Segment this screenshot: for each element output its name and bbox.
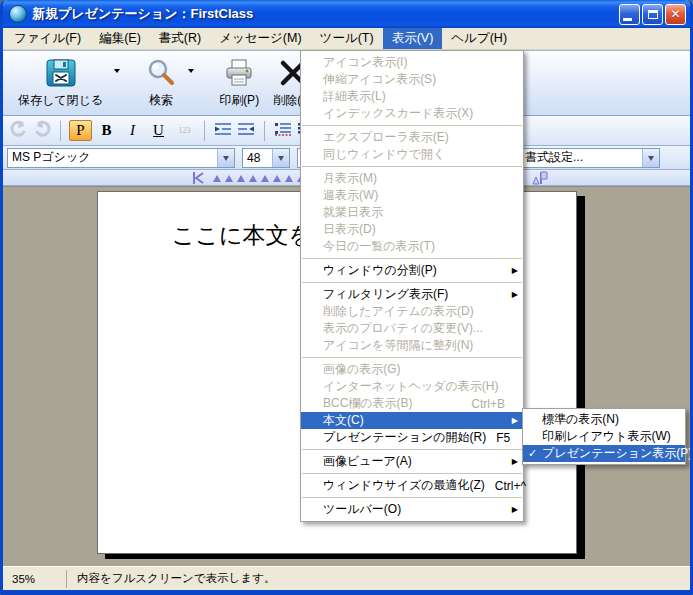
search-label: 検索 bbox=[149, 92, 173, 109]
submenu-item-presentation-view[interactable]: プレゼンテーション表示(P) bbox=[523, 445, 685, 462]
combo-arrow-icon bbox=[642, 149, 659, 167]
menu-separator bbox=[302, 497, 522, 498]
save-close-label: 保存して閉じる bbox=[18, 92, 103, 109]
menu-item-align-icons[interactable]: アイコンを等間隔に整列(N) bbox=[301, 337, 523, 354]
combo-arrow-icon bbox=[272, 149, 289, 167]
minimize-icon bbox=[623, 18, 632, 21]
dropdown-arrow-icon bbox=[188, 69, 194, 76]
menu-file[interactable]: ファイル(F) bbox=[5, 28, 90, 49]
menu-item-show-images[interactable]: 画像の表示(G) bbox=[301, 361, 523, 378]
close-button[interactable]: ✕ bbox=[665, 4, 686, 25]
menu-message[interactable]: メッセージ(M) bbox=[210, 28, 310, 49]
menu-item-toolbar[interactable]: ツールバー(O) bbox=[301, 501, 523, 518]
toolbar-separator bbox=[204, 121, 205, 141]
combo-arrow-icon bbox=[217, 149, 234, 167]
plain-style-button[interactable]: P bbox=[69, 120, 92, 141]
tab-stop-marker[interactable] bbox=[249, 175, 257, 182]
menu-separator bbox=[302, 449, 522, 450]
toolbar-separator bbox=[60, 121, 61, 141]
menu-item-explorer-view[interactable]: エクスプローラ表示(E) bbox=[301, 129, 523, 146]
menu-item-start-presentation[interactable]: プレゼンテーションの開始(R)F5 bbox=[301, 429, 523, 446]
save-close-dropdown[interactable] bbox=[110, 53, 124, 113]
print-button[interactable]: 印刷(P) bbox=[212, 53, 266, 113]
menu-item-day-view[interactable]: 日表示(D) bbox=[301, 221, 523, 238]
search-dropdown[interactable] bbox=[184, 53, 198, 113]
indent-decrease-icon[interactable] bbox=[236, 122, 256, 140]
menu-item-icon-view[interactable]: アイコン表示(I) bbox=[301, 54, 523, 71]
menu-item-split-window[interactable]: ウィンドウの分割(P) bbox=[301, 262, 523, 279]
menu-item-week-view[interactable]: 週表示(W) bbox=[301, 187, 523, 204]
dropdown-arrow-icon bbox=[114, 69, 120, 76]
menu-tools[interactable]: ツール(T) bbox=[311, 28, 383, 49]
save-close-icon bbox=[45, 56, 77, 89]
zoom-level: 35% bbox=[3, 570, 67, 588]
tab-stop-marker[interactable] bbox=[213, 175, 221, 182]
menu-item-index-card-view[interactable]: インデックスカード表示(X) bbox=[301, 105, 523, 122]
view-menu-popup: アイコン表示(I) 伸縮アイコン表示(S) 詳細表示(L) インデックスカード表… bbox=[300, 50, 524, 522]
tab-stop-marker[interactable] bbox=[285, 175, 293, 182]
left-margin-marker[interactable] bbox=[191, 171, 205, 185]
window-title: 新規プレゼンテーション：FirstClass bbox=[32, 5, 619, 23]
undo-icon[interactable] bbox=[9, 120, 29, 142]
tab-stop-marker[interactable] bbox=[261, 175, 269, 182]
indent-increase-icon[interactable] bbox=[213, 122, 233, 140]
submenu-item-print-layout-view[interactable]: 印刷レイアウト表示(W) bbox=[523, 428, 685, 445]
app-icon bbox=[9, 5, 27, 23]
body-submenu-popup: 標準の表示(N) 印刷レイアウト表示(W) プレゼンテーション表示(P) bbox=[522, 408, 686, 465]
close-icon: ✕ bbox=[670, 8, 680, 20]
menu-separator bbox=[302, 258, 522, 259]
tab-stop-marker[interactable] bbox=[225, 175, 233, 182]
menu-item-image-viewer[interactable]: 画像ビューア(A) bbox=[301, 453, 523, 470]
save-close-button[interactable]: 保存して閉じる bbox=[11, 53, 110, 113]
right-margin-marker[interactable] bbox=[529, 171, 549, 185]
menubar: ファイル(F) 編集(E) 書式(R) メッセージ(M) ツール(T) 表示(V… bbox=[3, 28, 690, 50]
format-settings-combo[interactable]: 書式設定... bbox=[520, 148, 660, 168]
line-spacing-icon[interactable] bbox=[273, 122, 293, 140]
menu-format[interactable]: 書式(R) bbox=[150, 28, 210, 49]
status-message: 内容をフルスクリーンで表示します。 bbox=[67, 571, 275, 586]
menu-item-month-view[interactable]: 月表示(M) bbox=[301, 170, 523, 187]
tab-stop-marker[interactable] bbox=[273, 175, 281, 182]
format-settings-value: 書式設定... bbox=[525, 149, 583, 166]
maximize-button[interactable] bbox=[642, 4, 663, 25]
menu-item-today-list-view[interactable]: 今日の一覧の表示(T) bbox=[301, 238, 523, 255]
menu-item-body[interactable]: 本文(C) bbox=[301, 412, 523, 429]
menu-item-filtering-view[interactable]: フィルタリング表示(F) bbox=[301, 286, 523, 303]
menu-separator bbox=[302, 282, 522, 283]
underline-button[interactable]: U bbox=[147, 120, 170, 141]
toolbar-separator bbox=[264, 121, 265, 141]
print-icon bbox=[223, 56, 255, 89]
shortcut-label: Ctrl+B bbox=[461, 397, 505, 411]
menu-edit[interactable]: 編集(E) bbox=[90, 28, 150, 49]
maximize-icon bbox=[648, 10, 658, 19]
shortcut-label: F5 bbox=[486, 431, 510, 445]
submenu-item-standard-view[interactable]: 標準の表示(N) bbox=[523, 411, 685, 428]
bold-button[interactable]: B bbox=[95, 120, 118, 141]
menu-item-show-bcc-field[interactable]: BCC欄の表示(B)Ctrl+B bbox=[301, 395, 523, 412]
tab-stop-marker[interactable] bbox=[237, 175, 245, 182]
menu-item-optimize-window-size[interactable]: ウィンドウサイズの最適化(Z)Ctrl+^ bbox=[301, 477, 523, 494]
menu-item-show-deleted-items[interactable]: 削除したアイテムの表示(D) bbox=[301, 303, 523, 320]
window-controls: ✕ bbox=[619, 4, 686, 25]
italic-button[interactable]: I bbox=[121, 120, 144, 141]
menu-help[interactable]: ヘルプ(H) bbox=[442, 28, 516, 49]
app-window: 新規プレゼンテーション：FirstClass ✕ ファイル(F) 編集(E) 書… bbox=[0, 0, 693, 595]
menu-item-detail-view[interactable]: 詳細表示(L) bbox=[301, 88, 523, 105]
fixed-size-button[interactable]: 123 bbox=[173, 120, 196, 141]
menu-item-change-view-properties[interactable]: 表示のプロパティの変更(V)... bbox=[301, 320, 523, 337]
font-family-combo[interactable]: MS Pゴシック bbox=[7, 148, 235, 168]
menu-separator bbox=[302, 166, 522, 167]
font-size-value: 48 bbox=[247, 151, 260, 165]
menu-separator bbox=[302, 357, 522, 358]
font-family-value: MS Pゴシック bbox=[12, 149, 90, 166]
search-button[interactable]: 検索 bbox=[138, 53, 184, 113]
redo-icon[interactable] bbox=[32, 120, 52, 142]
menu-view[interactable]: 表示(V) bbox=[383, 28, 443, 49]
menu-item-scaled-icon-view[interactable]: 伸縮アイコン表示(S) bbox=[301, 71, 523, 88]
menu-item-show-internet-headers[interactable]: インターネットヘッダの表示(H) bbox=[301, 378, 523, 395]
menu-item-workday-view[interactable]: 就業日表示 bbox=[301, 204, 523, 221]
minimize-button[interactable] bbox=[619, 4, 640, 25]
font-size-combo[interactable]: 48 bbox=[242, 148, 290, 168]
menu-separator bbox=[302, 473, 522, 474]
menu-item-open-same-window[interactable]: 同じウィンドウで開く bbox=[301, 146, 523, 163]
